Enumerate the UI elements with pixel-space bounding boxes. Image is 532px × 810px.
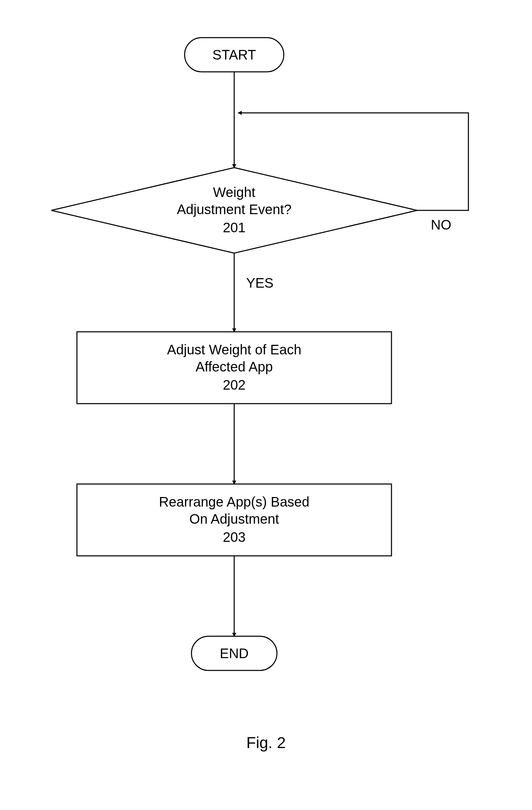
decision-line2: Adjustment Event? [177, 202, 292, 217]
start-label: START [212, 47, 256, 62]
decision-ref: 201 [223, 220, 246, 235]
yes-label: YES [246, 275, 274, 290]
end-label: END [220, 646, 249, 661]
process2-node: Rearrange App(s) Based On Adjustment 203 [77, 484, 391, 556]
process1-node: Adjust Weight of Each Affected App 202 [77, 332, 391, 404]
start-node: START [185, 38, 284, 72]
process2-ref: 203 [223, 530, 246, 545]
process2-line2: On Adjustment [189, 511, 279, 526]
process1-line2: Affected App [196, 359, 273, 374]
decision-line1: Weight [213, 185, 255, 200]
process1-line1: Adjust Weight of Each [167, 342, 302, 357]
end-node: END [191, 636, 277, 670]
process1-ref: 202 [223, 377, 246, 392]
yes-branch: YES [234, 253, 274, 332]
figure-caption: Fig. 2 [246, 734, 285, 752]
decision-node: Weight Adjustment Event? 201 [51, 168, 417, 253]
no-label: NO [431, 217, 451, 232]
process2-line1: Rearrange App(s) Based [159, 494, 309, 509]
